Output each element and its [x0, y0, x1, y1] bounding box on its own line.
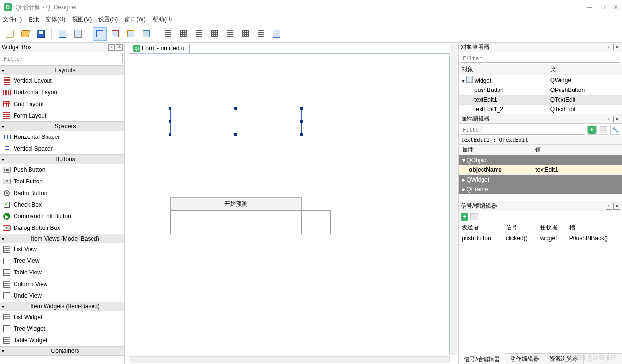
- textedit1-widget[interactable]: [170, 109, 302, 134]
- widget-item[interactable]: Vertical Spacer: [0, 143, 124, 154]
- resize-handle-ne[interactable]: [300, 107, 303, 110]
- object-tree[interactable]: 对象类 ▾ widgetQWidget pushButtonQPushButto…: [459, 64, 622, 114]
- cat-buttons[interactable]: ▾Buttons: [0, 154, 124, 164]
- dock-button[interactable]: ▫: [606, 116, 612, 122]
- add-signal-button[interactable]: +: [461, 213, 468, 221]
- object-row[interactable]: textEdit1_2QTextEdit: [459, 105, 622, 114]
- tab-signal-editor[interactable]: 信号/槽编辑器: [459, 353, 505, 364]
- tab-action-editor[interactable]: 动作编辑器: [505, 354, 544, 364]
- resize-handle-nw[interactable]: [169, 107, 171, 110]
- close-panel-button[interactable]: ✕: [613, 116, 620, 122]
- close-panel-button[interactable]: ✕: [613, 44, 620, 50]
- property-settings-button[interactable]: 🔧: [610, 125, 620, 135]
- layout-hsplit-button[interactable]: [192, 27, 206, 41]
- textedit-extra-widget[interactable]: [302, 210, 331, 234]
- remove-property-button[interactable]: −: [599, 125, 608, 135]
- cat-containers[interactable]: ▾Containers: [0, 346, 124, 356]
- widget-item[interactable]: Tree Widget: [0, 323, 124, 334]
- menu-view[interactable]: 视图(V): [72, 15, 92, 24]
- resize-handle-n[interactable]: [234, 107, 237, 110]
- pushbutton-widget[interactable]: 开始预测: [170, 197, 302, 210]
- add-property-button[interactable]: +: [587, 125, 597, 135]
- object-filter-input[interactable]: [461, 54, 620, 63]
- form-canvas[interactable]: 开始预测: [129, 53, 450, 355]
- widget-item[interactable]: Table Widget: [0, 334, 124, 346]
- widget-item[interactable]: ⚙Tool Button: [0, 176, 124, 187]
- cat-layouts[interactable]: ▾Layouts: [0, 65, 124, 75]
- save-file-button[interactable]: [34, 27, 47, 41]
- close-button[interactable]: ✕: [613, 4, 618, 11]
- resize-handle-w[interactable]: [169, 120, 171, 123]
- widget-item[interactable]: List Widget: [0, 311, 124, 323]
- textedit1-2-widget[interactable]: [170, 210, 302, 234]
- close-panel-button[interactable]: ✕: [613, 203, 620, 210]
- layout-h-button[interactable]: [161, 27, 175, 41]
- widget-filter-input[interactable]: [2, 54, 123, 63]
- widget-item[interactable]: Tree View: [0, 255, 124, 267]
- menu-help[interactable]: 帮助(H): [153, 15, 172, 24]
- property-grid[interactable]: 属性值 ▾ QObject objectNametextEdit1 ▸ QWid…: [459, 144, 622, 194]
- edit-buddies-button[interactable]: [124, 27, 138, 41]
- widget-item[interactable]: Vertical Layout: [0, 75, 124, 87]
- menu-file[interactable]: 文件(F): [3, 15, 22, 24]
- layout-vsplit-button[interactable]: [208, 27, 221, 41]
- layout-grid-button[interactable]: [223, 27, 237, 41]
- remove-signal-button[interactable]: −: [470, 213, 478, 220]
- cat-itemwidgets[interactable]: ▾Item Widgets (Item-Based): [0, 302, 124, 311]
- menu-edit[interactable]: Edit: [29, 16, 39, 23]
- resize-handle-e[interactable]: [300, 120, 303, 123]
- layout-v-button[interactable]: [177, 27, 190, 41]
- widget-item[interactable]: Radio Button: [0, 187, 124, 199]
- resize-handle-sw[interactable]: [169, 133, 171, 136]
- cat-spacers[interactable]: ▾Spacers: [0, 121, 124, 131]
- widget-item[interactable]: Undo View: [0, 290, 124, 302]
- widget-item[interactable]: Horizontal Layout: [0, 87, 124, 98]
- object-row[interactable]: pushButtonQPushButton: [459, 85, 622, 95]
- resize-handle-s[interactable]: [234, 133, 237, 136]
- menu-settings[interactable]: 设置(S): [98, 15, 118, 24]
- layout-form-button[interactable]: [239, 27, 252, 41]
- widget-item[interactable]: ✕Dialog Button Box: [0, 222, 124, 234]
- edit-widgets-button[interactable]: [93, 27, 107, 41]
- widget-tree[interactable]: ▾Layouts Vertical Layout Horizontal Layo…: [0, 65, 124, 364]
- widget-item[interactable]: Horizontal Spacer: [0, 131, 124, 143]
- signal-table[interactable]: 发送者 信号 接收者 槽 pushButton clicked() widget…: [459, 223, 622, 243]
- resize-handle-se[interactable]: [300, 133, 303, 136]
- menu-window[interactable]: 窗口(W): [124, 15, 145, 24]
- widget-item[interactable]: Check Box: [0, 199, 124, 211]
- property-filter-input[interactable]: [461, 125, 585, 135]
- widget-item[interactable]: Column View: [0, 278, 124, 290]
- send-back-button[interactable]: [56, 27, 69, 41]
- cat-itemviews[interactable]: ▾Item Views (Model-Based): [0, 234, 124, 243]
- bring-front-button[interactable]: [71, 27, 85, 41]
- widget-item[interactable]: OKPush Button: [0, 164, 124, 176]
- object-row[interactable]: ▾ widgetQWidget: [459, 75, 622, 86]
- prop-row-objectname[interactable]: objectNametextEdit1: [459, 165, 622, 175]
- close-panel-button[interactable]: ✕: [116, 44, 123, 51]
- break-layout-button[interactable]: [254, 27, 268, 41]
- widget-item[interactable]: ▶Command Link Button: [0, 211, 124, 222]
- new-file-button[interactable]: [3, 27, 16, 41]
- menu-form[interactable]: 窗体(O): [46, 15, 65, 24]
- prop-category-qframe[interactable]: ▸ QFrame: [459, 184, 622, 194]
- dock-button[interactable]: ▫: [606, 44, 612, 50]
- dock-button[interactable]: ▫: [108, 44, 115, 51]
- open-file-button[interactable]: [18, 27, 32, 41]
- prop--category-qwidget[interactable]: ▸ QWidget: [459, 175, 622, 184]
- edit-taborder-button[interactable]: [140, 27, 153, 41]
- form-tab[interactable]: Qt Form - untitled.ui: [129, 44, 190, 53]
- canvas-hscroll[interactable]: [129, 356, 450, 363]
- prop-category-qobject[interactable]: ▾ QObject: [459, 155, 622, 165]
- widget-item[interactable]: List View: [0, 243, 124, 255]
- minimize-button[interactable]: —: [587, 4, 592, 11]
- widget-item[interactable]: Grid Layout: [0, 98, 124, 110]
- object-row-selected[interactable]: textEdit1QTextEdit: [459, 95, 622, 105]
- signal-row[interactable]: pushButton clicked() widget P0ushBtBack(…: [459, 233, 622, 243]
- adjust-size-button[interactable]: [270, 27, 283, 41]
- widget-item[interactable]: Form Layout: [0, 110, 124, 121]
- edit-signals-button[interactable]: [109, 27, 122, 41]
- dock-button[interactable]: ▫: [606, 203, 612, 210]
- maximize-button[interactable]: □: [601, 4, 605, 11]
- canvas-vscroll[interactable]: [451, 44, 457, 355]
- widget-item[interactable]: Table View: [0, 267, 124, 278]
